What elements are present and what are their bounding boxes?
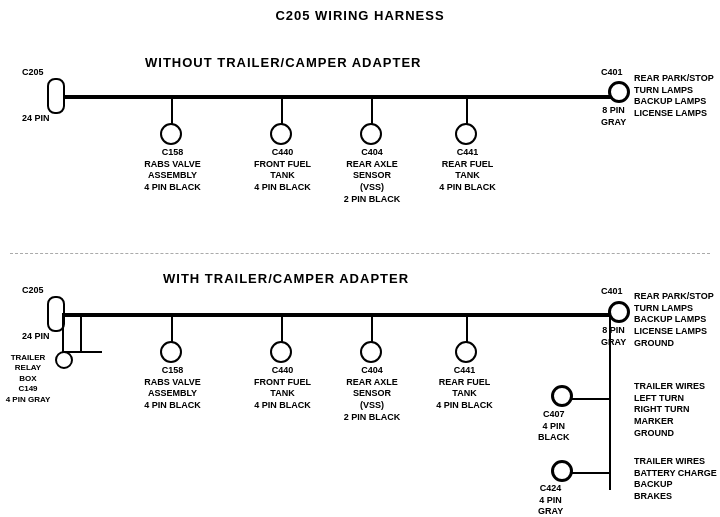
c424-hline (572, 472, 611, 474)
c440-1-vline (281, 97, 283, 125)
c205-1-label: C205 (22, 67, 44, 79)
c401-2-circle (608, 301, 630, 323)
c441-1-label: C441REAR FUELTANK4 PIN BLACK (435, 147, 500, 194)
c149-vline (80, 315, 82, 353)
c404-2-vline (371, 315, 373, 343)
c149-circle (55, 351, 73, 369)
c158-2-label: C158RABS VALVEASSEMBLY4 PIN BLACK (140, 365, 205, 412)
c440-1-circle (270, 123, 292, 145)
c149-vline2 (62, 313, 64, 353)
c407-circle (551, 385, 573, 407)
c404-1-vline (371, 97, 373, 125)
c404-1-label: C404REAR AXLESENSOR(VSS)2 PIN BLACK (338, 147, 406, 205)
c407-id: C4074 PINBLACK (538, 409, 570, 444)
c205-2-pin: 24 PIN (22, 331, 50, 343)
section2-title: WITH TRAILER/CAMPER ADAPTER (163, 271, 409, 286)
c424-wirelabel: TRAILER WIRESBATTERY CHARGEBACKUPBRAKES (634, 456, 717, 503)
section1-title: WITHOUT TRAILER/CAMPER ADAPTER (145, 55, 422, 70)
section1-main-line (62, 95, 627, 99)
section-divider (10, 253, 710, 254)
c401-1-pin: 8 PINGRAY (601, 105, 626, 128)
c441-2-vline (466, 315, 468, 343)
c401-2-pin: 8 PINGRAY (601, 325, 626, 348)
c158-1-vline (171, 97, 173, 125)
c158-2-circle (160, 341, 182, 363)
page-title: C205 WIRING HARNESS (0, 0, 720, 23)
c407-wirelabel: TRAILER WIRESLEFT TURNRIGHT TURNMARKERGR… (634, 381, 705, 439)
c407-hline (572, 398, 611, 400)
c404-1-circle (360, 123, 382, 145)
c401-2-id: C401 (601, 286, 623, 298)
c441-1-vline (466, 97, 468, 125)
c205-1-rect (47, 78, 65, 114)
c424-id: C4244 PINGRAY (538, 483, 563, 517)
c440-1-label: C440FRONT FUELTANK4 PIN BLACK (250, 147, 315, 194)
c404-2-label: C404REAR AXLESENSOR(VSS)2 PIN BLACK (338, 365, 406, 423)
c401-2-pinlabel: REAR PARK/STOPTURN LAMPSBACKUP LAMPSLICE… (634, 291, 714, 349)
c158-2-vline (171, 315, 173, 343)
c158-1-circle (160, 123, 182, 145)
c158-1-label: C158RABS VALVEASSEMBLY4 PIN BLACK (140, 147, 205, 194)
c401-1-id: C401 (601, 67, 623, 79)
c441-2-circle (455, 341, 477, 363)
c149-label: TRAILERRELAYBOXC1494 PIN GRAY (2, 353, 54, 405)
c441-2-label: C441REAR FUELTANK4 PIN BLACK (432, 365, 497, 412)
c424-circle (551, 460, 573, 482)
c401-1-circle (608, 81, 630, 103)
c441-1-circle (455, 123, 477, 145)
c401-1-pinlabel: REAR PARK/STOPTURN LAMPSBACKUP LAMPSLICE… (634, 73, 714, 120)
c404-2-circle (360, 341, 382, 363)
c205-1-pin: 24 PIN (22, 113, 50, 125)
c205-2-label: C205 (22, 285, 44, 297)
trailer-vline-main (609, 315, 611, 490)
section2-main-line (62, 313, 627, 317)
c440-2-label: C440FRONT FUELTANK4 PIN BLACK (250, 365, 315, 412)
c440-2-vline (281, 315, 283, 343)
c440-2-circle (270, 341, 292, 363)
